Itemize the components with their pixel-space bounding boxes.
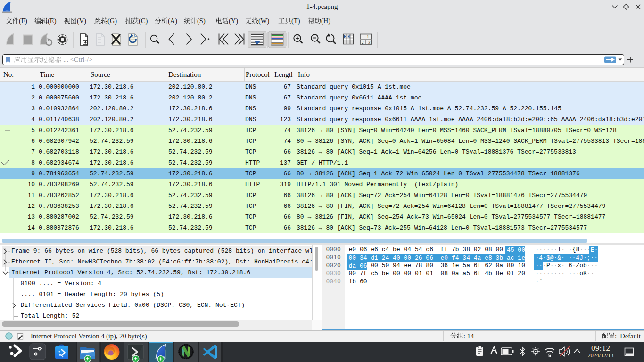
svg-text:1: 1 [367,34,369,39]
svg-text:2: 2 [362,40,364,45]
svg-text:3: 3 [368,40,371,45]
